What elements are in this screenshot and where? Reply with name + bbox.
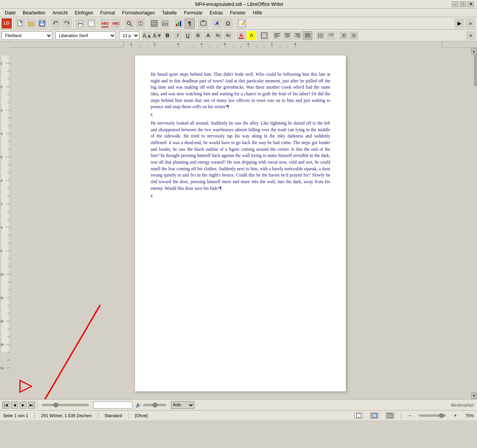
align-left-button[interactable] bbox=[272, 31, 282, 40]
shadow-button[interactable]: A bbox=[203, 31, 213, 40]
main-area: 1 2 3 4 5 6 7 8 bbox=[0, 48, 477, 399]
scrollbar-down-button[interactable]: ▼ bbox=[471, 393, 477, 399]
menu-tabelle[interactable]: Tabelle bbox=[159, 9, 180, 17]
svg-text:7: 7 bbox=[1, 203, 2, 205]
svg-point-55 bbox=[318, 36, 319, 37]
toolbar-separator-5 bbox=[123, 19, 123, 28]
playback-prev-button[interactable]: ◀ bbox=[11, 402, 18, 409]
align-center-button[interactable] bbox=[283, 31, 292, 40]
menu-einfuegen[interactable]: Einfügen bbox=[71, 9, 96, 17]
minimize-button[interactable]: – bbox=[452, 2, 458, 7]
redo-button[interactable] bbox=[62, 18, 72, 29]
playback-start-button[interactable]: |◀ bbox=[2, 402, 9, 409]
menu-datei[interactable]: Datei bbox=[2, 9, 19, 17]
increase-font-button[interactable]: A▲ bbox=[142, 31, 152, 40]
toolbar-separator-9 bbox=[210, 19, 210, 28]
status-sep-1 bbox=[34, 412, 35, 419]
svg-point-15 bbox=[127, 21, 130, 25]
svg-rect-4 bbox=[40, 23, 44, 25]
list-ordered-button[interactable]: 1.2. bbox=[326, 31, 335, 40]
justify-button[interactable] bbox=[303, 31, 312, 40]
view-outline-button[interactable] bbox=[386, 412, 394, 419]
menu-bearbeiten[interactable]: Bearbeiten bbox=[20, 9, 48, 17]
nonprinting-chars-button[interactable]: ¶ bbox=[185, 18, 195, 29]
document-page: He heard quiet steps behind him. That di… bbox=[135, 55, 346, 391]
window-controls[interactable]: – □ ✕ bbox=[452, 2, 474, 7]
svg-text:6: 6 bbox=[1, 179, 2, 182]
playback-next-button[interactable]: ▶ bbox=[20, 402, 27, 409]
scrollbar-thumb[interactable] bbox=[474, 55, 477, 86]
print-button[interactable] bbox=[75, 18, 85, 29]
navigator-button[interactable] bbox=[135, 18, 146, 29]
svg-text:4: 4 bbox=[201, 42, 203, 46]
menu-format[interactable]: Format bbox=[97, 9, 118, 17]
seek-bar-track[interactable] bbox=[42, 404, 89, 406]
scrollbar-up-button[interactable]: ▲ bbox=[471, 48, 477, 54]
image-button[interactable] bbox=[160, 18, 170, 29]
maximize-button[interactable]: □ bbox=[460, 2, 466, 7]
fontwork-button[interactable]: A bbox=[212, 18, 222, 29]
font-color-button[interactable]: A bbox=[237, 31, 246, 40]
paragraph-style-select[interactable]: Fließtext bbox=[2, 31, 52, 40]
zoom-level[interactable]: 75% bbox=[465, 413, 474, 418]
document-area[interactable]: He heard quiet steps behind him. That di… bbox=[10, 48, 471, 399]
font-size-select[interactable]: 12 pt bbox=[119, 31, 139, 40]
svg-rect-29 bbox=[180, 21, 181, 26]
table-insert-button[interactable] bbox=[149, 18, 159, 29]
menu-extras[interactable]: Extras bbox=[206, 9, 226, 17]
textbox-button[interactable] bbox=[198, 18, 208, 29]
menu-formular[interactable]: Formular bbox=[181, 9, 206, 17]
open-button[interactable] bbox=[26, 18, 36, 29]
menu-hilfe[interactable]: Hilfe bbox=[250, 9, 265, 17]
menu-ansicht[interactable]: Ansicht bbox=[49, 9, 71, 17]
volume-slider-track[interactable] bbox=[143, 404, 166, 406]
playback-end-button[interactable]: ▶| bbox=[28, 402, 35, 409]
decrease-font-button[interactable]: A▼ bbox=[153, 31, 162, 40]
toolbar-main: LO ABC ABC bbox=[0, 17, 477, 30]
font-name-select[interactable]: Liberation Serif bbox=[55, 31, 116, 40]
svg-text:2.: 2. bbox=[328, 34, 329, 37]
superscript-button[interactable]: A2 bbox=[214, 31, 223, 40]
zoom-slider-track[interactable] bbox=[419, 414, 446, 417]
spellcheck-button[interactable]: ABC bbox=[100, 18, 110, 29]
svg-text:11: 11 bbox=[0, 296, 4, 299]
strikethrough-button[interactable]: S bbox=[193, 31, 203, 40]
view-normal-button[interactable] bbox=[354, 412, 363, 419]
zoom-in-button[interactable]: + bbox=[454, 413, 457, 418]
more-button[interactable]: » bbox=[465, 18, 475, 29]
new-button[interactable] bbox=[15, 18, 25, 29]
lo-logo-button[interactable]: LO bbox=[2, 18, 12, 29]
zoom-out-button[interactable]: − bbox=[408, 413, 411, 418]
indent-decrease-button[interactable] bbox=[339, 31, 348, 40]
view-mode-select[interactable]: Auto bbox=[171, 401, 194, 409]
find-button[interactable] bbox=[125, 18, 135, 29]
autocorrect-button[interactable]: ABC bbox=[111, 18, 121, 29]
save-button[interactable] bbox=[37, 18, 47, 29]
subscript-button[interactable]: A2 bbox=[224, 31, 233, 40]
note-button[interactable]: 📝 bbox=[237, 18, 247, 29]
indent-increase-button[interactable] bbox=[349, 31, 358, 40]
special-char-button[interactable]: Ω bbox=[223, 18, 233, 29]
chart-button[interactable] bbox=[174, 18, 184, 29]
list-unordered-button[interactable] bbox=[316, 31, 325, 40]
svg-rect-30 bbox=[201, 21, 206, 25]
paragraph-3[interactable]: He nervously looked all around. Suddenly… bbox=[151, 120, 330, 191]
borders-button[interactable] bbox=[260, 31, 269, 40]
svg-rect-25 bbox=[162, 21, 168, 26]
sidebar-toggle[interactable]: ▶ bbox=[454, 18, 465, 29]
align-right-button[interactable] bbox=[293, 31, 302, 40]
more-formatting[interactable]: » bbox=[466, 31, 475, 40]
italic-button[interactable]: I bbox=[173, 31, 182, 40]
menu-formatvorlagen[interactable]: Formatvorlagen bbox=[119, 9, 158, 17]
undo-button[interactable] bbox=[51, 18, 61, 29]
paragraph-1[interactable]: He heard quiet steps behind him. That di… bbox=[151, 71, 330, 110]
underline-button[interactable]: U bbox=[183, 31, 192, 40]
close-button[interactable]: ✕ bbox=[468, 2, 474, 7]
view-web-button[interactable] bbox=[370, 412, 379, 419]
svg-text:1: 1 bbox=[1, 62, 2, 65]
menu-fenster[interactable]: Fenster bbox=[227, 9, 249, 17]
preview-button[interactable] bbox=[86, 18, 96, 29]
highlight-button[interactable]: A bbox=[247, 31, 256, 40]
bold-button[interactable]: B bbox=[163, 31, 172, 40]
svg-marker-61 bbox=[342, 34, 344, 37]
